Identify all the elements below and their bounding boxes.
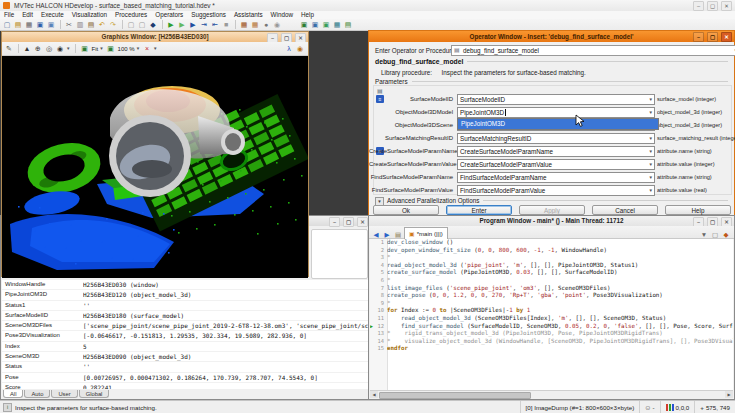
variable-row[interactable]: Pose[0.00726957, 0.000471302, 0.186264, … [2,373,369,383]
line-number[interactable]: 6 [370,277,387,285]
redo-icon[interactable]: ↷ [108,20,118,30]
menu-procedures[interactable]: Procedures [111,11,151,19]
set-breakpoint-icon[interactable]: ● [261,20,271,30]
close-button[interactable]: ✕ [357,217,368,227]
line-number[interactable]: 7 [370,285,387,293]
deactivate-lines-icon[interactable]: ▦ [250,20,260,30]
tab-main[interactable]: ▣ *main (|||) [404,227,448,239]
chevron-down-icon[interactable]: ▼ [66,46,70,51]
code-line[interactable]: 13* rigid_trans_object_model_3d (PipeJoi… [370,330,733,338]
operator-search-combo[interactable]: ▤ debug_find_surface_model ▼ [451,45,735,56]
step-over-icon[interactable]: ▶ [188,20,198,30]
open-program-window-icon[interactable]: ▦ [332,20,342,30]
cancel-button[interactable]: Cancel [592,205,658,215]
zoom-in-icon[interactable]: ◎ [44,43,54,54]
copy-icon[interactable]: ▥ [75,20,85,30]
variable-row[interactable]: WindowHandleH256B43ED030 (window) [2,280,369,290]
screenshot-icon[interactable]: ◆ [148,20,158,30]
variable-tab-global[interactable]: Global [79,390,110,398]
variable-tab-auto[interactable]: Auto [24,390,50,398]
print-icon[interactable]: ▦ [24,20,34,30]
pose-tool-icon[interactable]: × [142,43,152,54]
save-all-icon[interactable]: ▣ [46,20,56,30]
line-number[interactable]: 5 [370,269,387,277]
undo-icon[interactable]: ↶ [97,20,107,30]
code-line[interactable]: 2dev_open_window_fit_size (0, 0, 800, 60… [370,247,733,255]
chevron-down-icon[interactable]: ▼ [649,173,653,182]
scroll-left-icon[interactable]: ◀ [370,391,378,398]
maximize-button[interactable]: ▢ [707,1,718,11]
chevron-down-icon[interactable]: ▼ [649,95,653,104]
new-program-icon[interactable]: ▢ [2,20,12,30]
find-icon[interactable]: ▢ [126,20,136,30]
open-program-icon[interactable]: ▤ [13,20,23,30]
code-line[interactable]: ▶12 find_surface_model (SurfaceModelID, … [370,323,733,331]
scroll-right-icon[interactable]: ▶ [725,391,733,398]
autocomplete-item[interactable]: PipeJointOM3D [461,120,505,127]
menu-assistants[interactable]: Assistants [230,11,267,19]
apply-button[interactable]: Apply [519,205,585,215]
zoom-tool-icon[interactable]: ◉ [55,43,65,54]
maximize-button[interactable]: ▢ [343,217,354,227]
line-number[interactable]: 10 [370,307,387,315]
save-icon[interactable]: ▣ [35,20,45,30]
line-number[interactable]: 3 [370,254,387,262]
menu-help[interactable]: Help [297,11,318,19]
open-graphics-window-icon[interactable]: ▣ [299,20,309,30]
minimize-button[interactable]: – [329,217,340,227]
minimize-button[interactable]: – [693,1,704,11]
variable-row[interactable]: Pose3DVisualization[-0.0646617, -0.15181… [2,331,369,341]
line-number[interactable]: 4 [370,262,387,270]
minimize-button[interactable]: – [693,32,704,42]
variable-tab-user[interactable]: User [51,390,77,398]
line-number[interactable]: 15 [370,345,387,353]
draw-icon[interactable]: ✎ [4,43,14,54]
line-number[interactable]: 2 [370,247,387,255]
variable-row[interactable]: Status'' [2,362,369,372]
ok-button[interactable]: Ok [373,205,439,215]
menu-suggestions[interactable]: Suggestions [187,11,230,19]
reset-layout-icon[interactable]: ▤ [343,20,353,30]
code-line[interactable]: 14* visualize_object_model_3d (WindowHan… [370,338,733,346]
open-variable-window-icon[interactable]: ▣ [310,20,320,30]
scrollbar-thumb[interactable] [379,392,531,399]
step-into-icon[interactable]: ⇥ [199,20,209,30]
close-button[interactable]: ✕ [721,1,732,11]
activate-lines-icon[interactable]: ▦ [239,20,249,30]
maximize-button[interactable]: ▢ [707,32,718,42]
cut-icon[interactable]: ✂ [64,20,74,30]
line-number[interactable]: 13 [370,330,387,338]
code-line[interactable]: 1dev_close_window () [370,239,733,247]
param-field[interactable]: SurfaceModelID▼ [457,94,655,105]
select-icon[interactable]: ▲ [22,43,32,54]
stop-icon[interactable]: ■ [221,20,231,30]
code-line[interactable]: 11 read_object_model_3d (SceneOM3DFiles[… [370,315,733,323]
chevron-down-icon[interactable]: ▼ [649,147,653,156]
open-operator-window-icon[interactable]: ▣ [321,20,331,30]
fly-through-icon[interactable]: λ [284,43,294,54]
code-line[interactable]: 4read_object_model_3d ('pipe_joint', 'm'… [370,262,733,270]
chevron-down-icon[interactable]: ▼ [136,46,140,51]
graphics-viewport[interactable] [2,56,308,278]
code-line[interactable]: 5create_surface_model (PipeJointOM3D, 0.… [370,269,733,277]
chevron-down-icon[interactable]: ▼ [649,160,653,169]
chevron-down-icon[interactable]: ▼ [649,134,653,143]
chevron-down-icon[interactable]: ▼ [99,46,103,51]
horizontal-scrollbar[interactable]: ◀ ▶ [370,390,733,398]
variable-row[interactable]: SceneOM3DFiles['scene_pipe_joint/scene_p… [2,321,369,331]
menu-file[interactable]: File [0,11,18,19]
param-field[interactable]: CreateSurfaceModelParamName▼ [457,146,655,157]
enter-button[interactable]: Enter [446,205,512,215]
fit-image-icon[interactable]: ▣ [79,43,89,54]
param-field[interactable]: SurfaceMatchingResultID▼ [457,133,655,144]
variable-row[interactable]: SurfaceModelIDH256B43ED180 (surface_mode… [2,311,369,321]
line-number[interactable]: 8 [370,292,387,300]
run-icon[interactable]: ▶ [166,20,176,30]
code-line[interactable]: 6* [370,277,733,285]
code-line[interactable]: 7list_image_files ('scene_pipe_joint', '… [370,285,733,293]
param-field[interactable]: CreateSurfaceModelParamValue▼ [457,159,655,170]
line-number[interactable]: 11 [370,315,387,323]
step-out-icon[interactable]: ⇤ [210,20,220,30]
variable-row[interactable]: SceneOM3DH256B43ED090 (object_model_3d) [2,352,369,362]
line-number[interactable]: 14 [370,338,387,346]
